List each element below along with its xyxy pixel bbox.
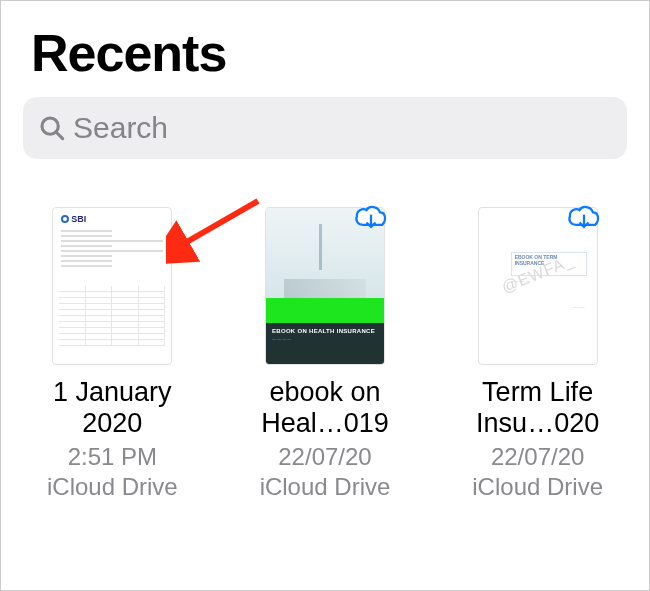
- file-thumbnail: SBI: [52, 207, 172, 365]
- file-location: iCloud Drive: [472, 473, 603, 501]
- file-time: 22/07/20: [278, 443, 371, 471]
- file-name: ebook on Heal…019: [261, 377, 389, 441]
- file-item[interactable]: EBOOK ON HEALTH INSURANCE — — — — ebook …: [230, 207, 420, 500]
- file-item[interactable]: SBI 1 January 2020: [17, 207, 207, 500]
- search-input[interactable]: [73, 111, 613, 145]
- file-location: iCloud Drive: [47, 473, 178, 501]
- page-title: Recents: [1, 1, 649, 97]
- cloud-download-icon: [353, 203, 389, 233]
- file-location: iCloud Drive: [260, 473, 391, 501]
- files-recents-view: Recents SBI: [0, 0, 650, 591]
- thumb-logo: SBI: [61, 214, 86, 224]
- file-time: 22/07/20: [491, 443, 584, 471]
- thumb-title: EBOOK ON TERM INSURANCE: [512, 253, 586, 268]
- svg-line-1: [56, 132, 63, 139]
- file-time: 2:51 PM: [68, 443, 157, 471]
- file-name: 1 January 2020: [53, 377, 172, 441]
- cloud-download-icon: [566, 203, 602, 233]
- thumb-title: EBOOK ON HEALTH INSURANCE: [272, 328, 378, 334]
- file-grid: SBI 1 January 2020: [1, 159, 649, 500]
- search-bar[interactable]: [23, 97, 627, 159]
- file-name: Term Life Insu…020: [476, 377, 599, 441]
- file-item[interactable]: @EWFA_ EBOOK ON TERM INSURANCE — — — — —…: [443, 207, 633, 500]
- search-icon: [37, 113, 67, 143]
